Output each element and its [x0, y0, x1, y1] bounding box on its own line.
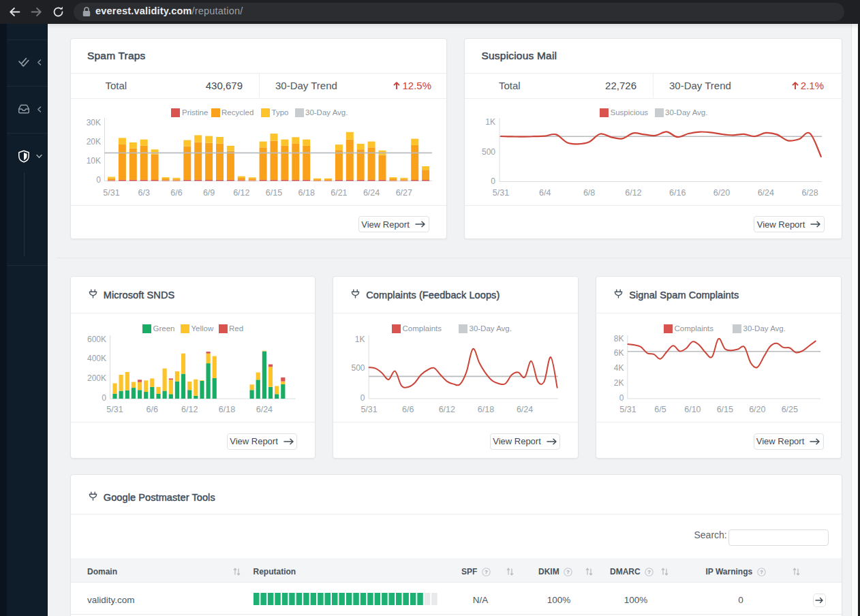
svg-text:6/24: 6/24	[517, 405, 533, 414]
svg-text:6K: 6K	[614, 348, 624, 357]
svg-text:5/31: 5/31	[493, 188, 509, 198]
svg-text:200K: 200K	[87, 373, 106, 383]
svg-text:6/12: 6/12	[625, 188, 641, 198]
svg-text:6/16: 6/16	[669, 188, 686, 198]
svg-text:6/15: 6/15	[265, 188, 281, 198]
svg-text:?: ?	[566, 569, 570, 575]
svg-text:6/20: 6/20	[749, 405, 765, 414]
svg-text:6/12: 6/12	[181, 405, 198, 414]
svg-text:0: 0	[102, 393, 106, 403]
svg-text:6/28: 6/28	[801, 188, 818, 198]
svg-text:1K: 1K	[355, 334, 365, 343]
svg-text:500: 500	[482, 147, 495, 157]
svg-text:2K: 2K	[614, 378, 624, 387]
svg-text:6/18: 6/18	[478, 405, 494, 414]
svg-text:1K: 1K	[485, 117, 495, 127]
svg-text:6/18: 6/18	[298, 188, 314, 198]
svg-text:6/4: 6/4	[539, 188, 551, 198]
svg-text:6/6: 6/6	[402, 405, 414, 414]
svg-text:6/21: 6/21	[331, 188, 347, 198]
svg-text:6/20: 6/20	[713, 188, 730, 198]
svg-text:600K: 600K	[87, 334, 106, 343]
svg-text:30K: 30K	[86, 118, 100, 127]
svg-text:0: 0	[491, 176, 495, 186]
svg-text:6/15: 6/15	[717, 405, 733, 414]
svg-text:5/31: 5/31	[360, 405, 377, 414]
svg-text:500: 500	[351, 363, 365, 372]
svg-text:10K: 10K	[86, 156, 100, 166]
svg-text:0: 0	[96, 175, 101, 185]
svg-text:400K: 400K	[87, 354, 106, 363]
svg-text:?: ?	[760, 569, 763, 575]
svg-text:6/10: 6/10	[684, 405, 701, 414]
svg-text:5/31: 5/31	[103, 188, 119, 198]
svg-text:6/6: 6/6	[170, 188, 182, 198]
svg-text:20K: 20K	[86, 137, 100, 147]
svg-text:?: ?	[485, 569, 488, 575]
svg-text:6/27: 6/27	[395, 188, 412, 198]
svg-text:6/3: 6/3	[138, 188, 149, 198]
svg-text:4K: 4K	[614, 363, 624, 372]
svg-text:6/24: 6/24	[256, 405, 272, 414]
svg-text:6/24: 6/24	[758, 188, 774, 198]
svg-text:6/9: 6/9	[202, 188, 214, 198]
svg-text:5/31: 5/31	[619, 405, 636, 414]
svg-text:5/31: 5/31	[106, 405, 123, 414]
svg-text:6/5: 6/5	[654, 405, 666, 414]
svg-text:6/6: 6/6	[146, 405, 157, 414]
svg-text:?: ?	[647, 569, 651, 575]
svg-text:6/24: 6/24	[363, 188, 379, 198]
svg-text:6/12: 6/12	[233, 188, 249, 198]
svg-text:8K: 8K	[614, 334, 624, 343]
svg-text:0: 0	[619, 393, 624, 403]
svg-text:6/8: 6/8	[583, 188, 595, 198]
svg-text:6/25: 6/25	[782, 405, 798, 414]
svg-text:6/18: 6/18	[218, 405, 234, 414]
svg-text:0: 0	[360, 393, 365, 403]
svg-text:6/12: 6/12	[439, 405, 455, 414]
